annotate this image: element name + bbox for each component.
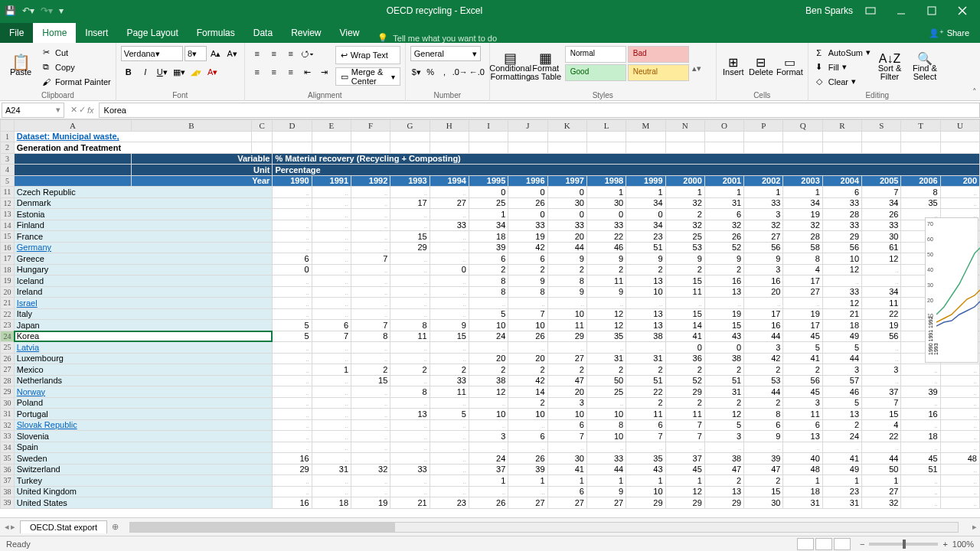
cell-country[interactable]: Norway [14,386,273,398]
cell[interactable]: 10 [586,409,626,420]
cell[interactable]: .. [273,442,312,453]
cell[interactable]: 2 [626,397,665,409]
cell[interactable]: 26 [704,231,743,243]
cell[interactable]: 42 [744,353,783,364]
row-header-22[interactable]: 22 [1,308,15,320]
format-as-table-button[interactable]: ▦Format as Table [530,46,562,89]
cell[interactable]: 52 [704,242,743,253]
cell[interactable]: 1 [822,475,861,487]
tab-view[interactable]: View [331,23,369,43]
cell[interactable]: 7 [351,320,390,331]
cell[interactable]: 0 [430,264,469,276]
cell[interactable]: .. [312,220,351,231]
fill-color-button[interactable]: ◢▾ [188,64,204,80]
cell[interactable]: .. [312,253,351,265]
cell[interactable]: 0 [547,209,586,220]
cell[interactable]: .. [312,375,351,386]
cell[interactable]: 2 [744,364,783,376]
cell[interactable]: 11 [665,286,704,298]
cell[interactable]: .. [273,242,312,253]
cell[interactable]: 9 [744,253,783,265]
row-header-28[interactable]: 28 [1,375,15,386]
align-left-icon[interactable]: ≡ [250,64,265,80]
cell[interactable]: .. [508,486,547,497]
cell-country[interactable]: Slovenia [14,431,273,442]
style-neutral[interactable]: Neutral [628,64,689,81]
cell[interactable]: 13 [783,431,822,442]
cell[interactable]: .. [430,342,469,354]
cell[interactable]: 7 [665,431,704,442]
cell[interactable]: 33 [586,453,626,465]
cell[interactable]: 8 [744,409,783,420]
cell[interactable]: 6 [783,419,822,431]
cell[interactable]: .. [312,264,351,276]
cell[interactable]: 0 [665,342,704,354]
cell[interactable]: .. [783,298,822,309]
cell[interactable]: 9 [704,253,743,265]
row-header-14[interactable]: 14 [1,220,15,231]
col-header-N[interactable]: N [665,120,704,132]
cell[interactable]: 1 [469,475,508,487]
cell[interactable]: .. [390,397,430,409]
cell-country[interactable]: United Kingdom [14,486,273,497]
orientation-icon[interactable]: ⭯▾ [300,46,315,61]
view-page-layout-icon[interactable] [815,538,832,550]
cell[interactable]: 11 [430,386,469,398]
view-page-break-icon[interactable] [834,538,851,550]
cell[interactable]: 44 [744,386,783,398]
col-header-I[interactable]: I [469,120,508,132]
cell[interactable]: 3 [744,209,783,220]
cell-country[interactable]: Estonia [14,209,273,220]
sort-filter-button[interactable]: A↓ZSort & Filter [874,46,906,89]
cell[interactable]: 47 [744,464,783,475]
maximize-icon[interactable] [919,0,945,21]
cell[interactable]: .. [351,276,390,287]
cell[interactable]: 3 [822,364,861,376]
cell[interactable]: 5 [822,342,861,354]
cell[interactable]: 2 [665,397,704,409]
cell[interactable]: .. [312,342,351,354]
cell[interactable]: 5 [273,320,312,331]
cell[interactable]: 7 [862,187,901,198]
cell[interactable]: 7 [312,331,351,342]
col-header-S[interactable]: S [862,120,901,132]
cell[interactable]: 6 [744,419,783,431]
conditional-formatting-button[interactable]: ▤Conditional Formatting [495,46,527,89]
cell[interactable]: 44 [822,353,861,364]
style-good[interactable]: Good [565,64,626,81]
cell[interactable]: 51 [626,375,665,386]
cell[interactable]: 0 [469,187,508,198]
cell[interactable]: 6 [626,419,665,431]
cell[interactable]: .. [351,409,390,420]
cell[interactable]: 6 [704,209,743,220]
cell[interactable]: 10 [626,286,665,298]
cell[interactable]: 1 [508,475,547,487]
cell[interactable]: 5 [273,331,312,342]
cell[interactable]: .. [430,209,469,220]
sheet-nav-first-icon[interactable]: ◂ [5,522,9,532]
embedded-chart[interactable]: 70 60 50 40 30 20 10 1990 1991 1992 1993 [925,217,978,363]
undo-icon[interactable]: ↶▾ [22,5,34,16]
cell[interactable]: .. [547,442,586,453]
cell[interactable]: .. [586,442,626,453]
cell[interactable]: .. [862,442,901,453]
cell[interactable]: 24 [469,453,508,465]
cell[interactable]: .. [273,231,312,243]
cell[interactable]: 9 [430,320,469,331]
cell[interactable]: .. [351,286,390,298]
autosum-button[interactable]: ΣAutoSum ▾ [813,46,871,59]
cell[interactable]: 26 [508,197,547,209]
cell[interactable]: 31 [822,497,861,509]
cell[interactable]: 8 [390,386,430,398]
cell[interactable]: .. [273,276,312,287]
cell[interactable]: 51 [626,242,665,253]
cell[interactable]: 30 [547,197,586,209]
cell[interactable]: 56 [744,242,783,253]
cell[interactable]: 1 [665,187,704,198]
cell[interactable]: .. [273,308,312,320]
cell[interactable]: 5 [822,397,861,409]
cell[interactable]: 28 [822,209,861,220]
cell[interactable]: .. [430,486,469,497]
row-header-34[interactable]: 34 [1,442,15,453]
cell[interactable]: 29 [822,231,861,243]
